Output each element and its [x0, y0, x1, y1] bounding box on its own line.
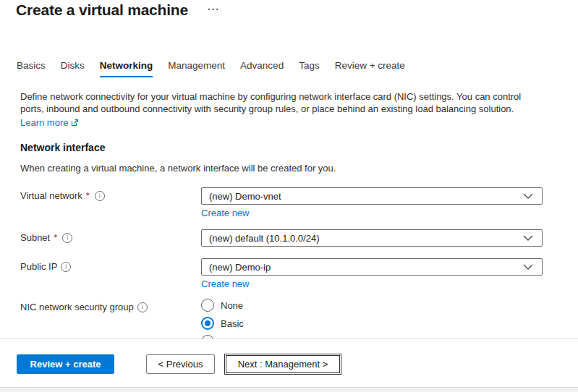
- field-label-text: Public IP: [20, 261, 57, 272]
- nsg-label: NIC network security group i: [20, 299, 201, 312]
- chevron-down-icon: [523, 235, 533, 241]
- radio-label: None: [221, 300, 243, 311]
- radio-icon: [201, 317, 214, 330]
- public-ip-dropdown[interactable]: (new) Demo-ip: [201, 258, 543, 276]
- create-new-public-ip-link[interactable]: Create new: [201, 278, 249, 289]
- nsg-option-basic[interactable]: Basic: [201, 317, 543, 330]
- info-icon[interactable]: i: [62, 233, 72, 243]
- more-icon[interactable]: ···: [208, 4, 220, 15]
- public-ip-field: Public IP i (new) Demo-ip Create new: [20, 258, 578, 290]
- tab-review-create[interactable]: Review + create: [335, 60, 405, 77]
- nsg-option-none[interactable]: None: [201, 299, 543, 312]
- subnet-field: Subnet * i (new) default (10.1.0.0/24): [20, 229, 578, 247]
- nsg-radio-group: None Basic Advanced: [201, 299, 543, 338]
- chevron-down-icon: [523, 264, 533, 270]
- public-ip-control: (new) Demo-ip Create new: [201, 258, 543, 290]
- virtual-network-label: Virtual network * i: [20, 187, 201, 201]
- subnet-dropdown[interactable]: (new) default (10.1.0.0/24): [201, 229, 543, 247]
- info-glyph: i: [65, 263, 67, 270]
- tab-management[interactable]: Management: [168, 60, 225, 77]
- subnet-label: Subnet * i: [20, 229, 201, 243]
- intro-line-2: ports, inbound and outbound connectivity…: [20, 103, 534, 115]
- tab-tags[interactable]: Tags: [299, 60, 320, 77]
- info-icon[interactable]: i: [95, 191, 105, 201]
- subnet-control: (new) default (10.1.0.0/24): [201, 229, 543, 247]
- field-label-text: NIC network security group: [20, 302, 134, 312]
- public-ip-label: Public IP i: [20, 258, 201, 272]
- review-create-button[interactable]: Review + create: [17, 354, 114, 374]
- section-heading-network-interface: Network interface: [20, 142, 578, 153]
- nsg-field: NIC network security group i None Basic …: [20, 299, 578, 338]
- wizard-footer: Review + create < Previous Next : Manage…: [0, 338, 578, 387]
- create-new-vnet-link[interactable]: Create new: [201, 208, 249, 218]
- virtual-network-control: (new) Demo-vnet Create new: [201, 187, 543, 219]
- intro-line-1: Define network connectivity for your vir…: [20, 90, 534, 103]
- external-link-icon: [71, 119, 79, 127]
- tab-networking[interactable]: Networking: [100, 60, 153, 77]
- tab-disks[interactable]: Disks: [61, 60, 85, 77]
- info-glyph: i: [99, 192, 101, 199]
- page-title: Create a virtual machine: [16, 1, 188, 19]
- tab-content-networking: Define network connectivity for your vir…: [0, 85, 578, 338]
- learn-more-row: Learn more: [20, 117, 578, 128]
- required-asterisk: *: [86, 190, 90, 201]
- next-management-button[interactable]: Next : Management >: [226, 355, 340, 373]
- tab-basics[interactable]: Basics: [17, 60, 46, 77]
- tab-bar: Basics Disks Networking Management Advan…: [17, 60, 405, 77]
- required-asterisk: *: [54, 232, 57, 243]
- field-label-text: Virtual network: [20, 190, 82, 201]
- create-vm-page: Create a virtual machine ··· Basics Disk…: [0, 0, 578, 392]
- dropdown-value: (new) Demo-vnet: [209, 191, 281, 202]
- tab-advanced[interactable]: Advanced: [240, 60, 284, 77]
- page-header: Create a virtual machine ···: [16, 1, 220, 19]
- previous-button[interactable]: < Previous: [146, 354, 215, 374]
- virtual-network-dropdown[interactable]: (new) Demo-vnet: [201, 187, 543, 205]
- virtual-network-field: Virtual network * i (new) Demo-vnet Crea…: [20, 187, 578, 219]
- info-icon[interactable]: i: [61, 262, 71, 272]
- window-bottom-strip: [0, 387, 578, 392]
- radio-label: Basic: [221, 318, 244, 329]
- chevron-down-icon: [523, 193, 533, 199]
- dropdown-value: (new) default (10.1.0.0/24): [209, 233, 319, 244]
- section-description: When creating a virtual machine, a netwo…: [20, 163, 578, 174]
- dropdown-value: (new) Demo-ip: [209, 262, 271, 273]
- learn-more-link[interactable]: Learn more: [20, 117, 68, 128]
- radio-icon: [201, 299, 214, 312]
- intro-text: Define network connectivity for your vir…: [20, 90, 534, 115]
- info-glyph: i: [142, 304, 144, 310]
- field-label-text: Subnet: [20, 232, 50, 243]
- info-icon[interactable]: i: [137, 302, 148, 312]
- info-glyph: i: [67, 234, 69, 241]
